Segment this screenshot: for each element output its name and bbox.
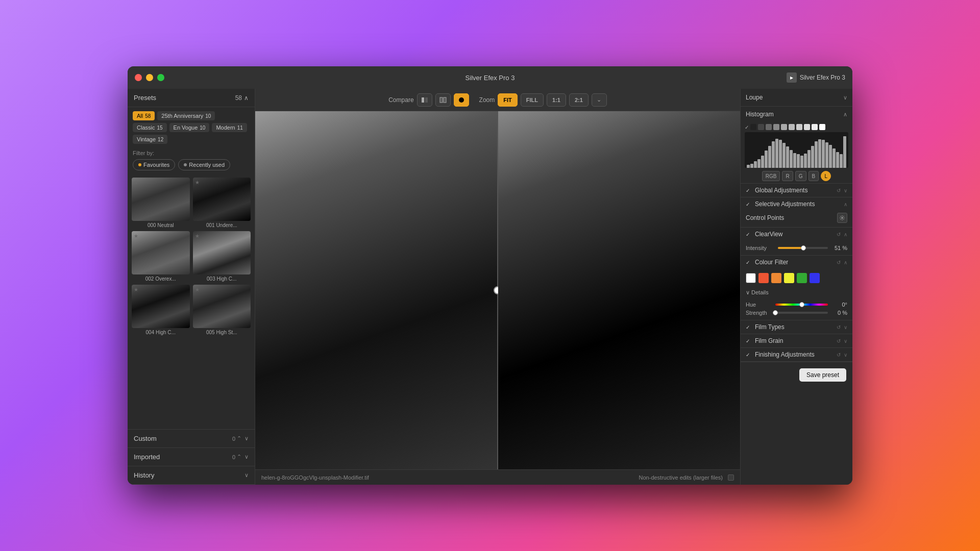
global-adj-expand-icon[interactable]: ∨ bbox=[844, 188, 847, 193]
hist-gray3-box[interactable] bbox=[781, 124, 787, 130]
hist-gray6-box[interactable] bbox=[804, 124, 810, 130]
finishing-adjustments-row[interactable]: ✓ Finishing Adjustments ↺ ∨ bbox=[741, 348, 852, 361]
selective-adj-expand-icon[interactable]: ∧ bbox=[844, 202, 847, 207]
star-icon: ★ bbox=[134, 287, 138, 292]
filter-buttons: Favourites Recently used bbox=[128, 159, 255, 174]
clearview-header[interactable]: ✓ ClearView ↺ ∧ bbox=[741, 228, 852, 241]
loupe-header[interactable]: Loupe ∨ bbox=[741, 90, 852, 105]
list-item[interactable]: ★ 005 High St... bbox=[193, 285, 251, 335]
film-grain-expand-icon[interactable]: ∨ bbox=[844, 338, 847, 344]
favourites-filter[interactable]: Favourites bbox=[133, 159, 175, 170]
clearview-expand-icon[interactable]: ∧ bbox=[844, 232, 847, 237]
colour-filter-expand-icon[interactable]: ∧ bbox=[844, 260, 847, 265]
film-types-row[interactable]: ✓ Film Types ↺ ∨ bbox=[741, 320, 852, 334]
strength-slider[interactable] bbox=[775, 312, 828, 314]
hist-bar bbox=[786, 146, 789, 168]
global-adj-reset-icon[interactable]: ↺ bbox=[837, 188, 841, 193]
hist-bar bbox=[747, 165, 750, 168]
global-adjustments-row[interactable]: ✓ Global Adjustments ↺ ∨ bbox=[741, 184, 852, 197]
selective-adjustments-row[interactable]: ✓ Selective Adjustments ∧ bbox=[741, 197, 852, 211]
hist-gray7-box[interactable] bbox=[812, 124, 818, 130]
histogram-expand-icon[interactable]: ∧ bbox=[843, 111, 847, 118]
swatch-orange[interactable] bbox=[771, 273, 781, 283]
hist-gray1-box[interactable] bbox=[766, 124, 772, 130]
compare-btn-2[interactable] bbox=[435, 93, 451, 107]
finishing-adj-reset-icon[interactable]: ↺ bbox=[837, 352, 841, 358]
control-points-gear-btn[interactable] bbox=[837, 213, 847, 223]
swatch-yellow[interactable] bbox=[784, 273, 794, 283]
minimize-button[interactable] bbox=[146, 74, 153, 81]
film-types-expand-icon[interactable]: ∨ bbox=[844, 324, 847, 330]
zoom-more-btn[interactable]: ⌄ bbox=[592, 93, 607, 107]
zoom-2to1-btn[interactable]: 2:1 bbox=[569, 93, 589, 107]
preset-tag-modern[interactable]: Modern 11 bbox=[212, 123, 247, 132]
zoom-fill-btn[interactable]: FILL bbox=[521, 93, 544, 107]
list-item[interactable]: ★ 003 High C... bbox=[193, 231, 251, 282]
maximize-button[interactable] bbox=[157, 74, 164, 81]
preset-tag-envogue[interactable]: En Vogue 10 bbox=[169, 123, 210, 132]
preset-tag-classic[interactable]: Classic 15 bbox=[133, 123, 167, 132]
hist-l-btn[interactable]: L bbox=[821, 171, 831, 181]
list-item[interactable]: ★ 001 Undere... bbox=[193, 178, 251, 228]
status-checkbox[interactable] bbox=[728, 474, 734, 481]
intensity-slider[interactable] bbox=[778, 247, 828, 249]
histogram-content: ✓ bbox=[741, 122, 852, 183]
preset-tag-anniversary[interactable]: 25th Anniversary 10 bbox=[157, 111, 215, 120]
swatch-red[interactable] bbox=[758, 273, 769, 283]
save-preset-button[interactable]: Save preset bbox=[799, 368, 846, 382]
zoom-fit-btn[interactable]: FIT bbox=[498, 93, 518, 107]
film-types-reset-icon[interactable]: ↺ bbox=[837, 324, 841, 330]
history-section[interactable]: History ∨ bbox=[128, 466, 255, 485]
colour-filter-header[interactable]: ✓ Colour Filter ↺ ∧ bbox=[741, 256, 852, 269]
hist-r-btn[interactable]: R bbox=[782, 171, 793, 181]
clearview-reset-icon[interactable]: ↺ bbox=[837, 232, 841, 237]
zoom-group: Zoom FIT FILL 1:1 2:1 ⌄ bbox=[479, 93, 607, 107]
hue-thumb[interactable] bbox=[799, 302, 804, 307]
canvas-before[interactable] bbox=[255, 111, 497, 469]
hist-bar bbox=[825, 142, 828, 168]
film-grain-row[interactable]: ✓ Film Grain ↺ ∨ bbox=[741, 334, 852, 347]
preset-tag-vintage[interactable]: Vintage 12 bbox=[133, 135, 167, 144]
hue-slider[interactable] bbox=[775, 304, 828, 306]
hist-darkgray-box[interactable] bbox=[758, 124, 764, 130]
hist-rgb-btn[interactable]: RGB bbox=[762, 171, 780, 181]
hist-bar bbox=[818, 139, 821, 168]
swatch-green[interactable] bbox=[797, 273, 807, 283]
finishing-adj-expand-icon[interactable]: ∨ bbox=[844, 352, 847, 358]
hist-b-btn[interactable]: B bbox=[808, 171, 819, 181]
svg-rect-0 bbox=[422, 97, 424, 103]
hist-gray2-box[interactable] bbox=[773, 124, 779, 130]
hist-bar bbox=[829, 145, 832, 168]
star-icon: ★ bbox=[195, 180, 200, 185]
list-item[interactable]: ★ 002 Overex... bbox=[132, 231, 190, 282]
intensity-thumb[interactable] bbox=[801, 245, 806, 251]
hist-black-box[interactable] bbox=[750, 124, 756, 130]
close-button[interactable] bbox=[135, 74, 142, 81]
hist-bar bbox=[811, 146, 814, 168]
list-item[interactable]: ★ 000 Neutral bbox=[132, 178, 190, 228]
colour-filter-details-toggle[interactable]: ∨ Details bbox=[741, 287, 852, 297]
hist-white-box[interactable] bbox=[819, 124, 825, 130]
compare-btn-1[interactable] bbox=[417, 93, 432, 107]
imported-section[interactable]: Imported 0 ⌃ ∨ bbox=[128, 448, 255, 466]
strength-thumb[interactable] bbox=[773, 310, 778, 315]
hist-g-btn[interactable]: G bbox=[795, 171, 806, 181]
preset-label-5: 004 High C... bbox=[132, 328, 190, 335]
list-item[interactable]: ★ 004 High C... bbox=[132, 285, 190, 335]
colour-filter-reset-icon[interactable]: ↺ bbox=[837, 260, 841, 265]
swatch-blue[interactable] bbox=[810, 273, 820, 283]
clearview-content: Intensity 51 % bbox=[741, 241, 852, 255]
hist-gray5-box[interactable] bbox=[796, 124, 802, 130]
histogram-header[interactable]: Histogram ∧ bbox=[741, 107, 852, 122]
canvas-after[interactable] bbox=[498, 111, 740, 469]
custom-section[interactable]: Custom 0 ⌃ ∨ bbox=[128, 430, 255, 448]
recently-used-filter[interactable]: Recently used bbox=[178, 159, 230, 170]
zoom-1to1-btn[interactable]: 1:1 bbox=[547, 93, 566, 107]
loupe-expand-icon[interactable]: ∨ bbox=[843, 94, 847, 101]
logo-text: Silver Efex Pro 3 bbox=[800, 74, 845, 81]
hist-gray4-box[interactable] bbox=[789, 124, 795, 130]
swatch-white[interactable] bbox=[746, 273, 756, 283]
compare-btn-3[interactable] bbox=[454, 93, 469, 107]
film-grain-reset-icon[interactable]: ↺ bbox=[837, 338, 841, 344]
preset-tag-all[interactable]: All 58 bbox=[133, 111, 155, 120]
